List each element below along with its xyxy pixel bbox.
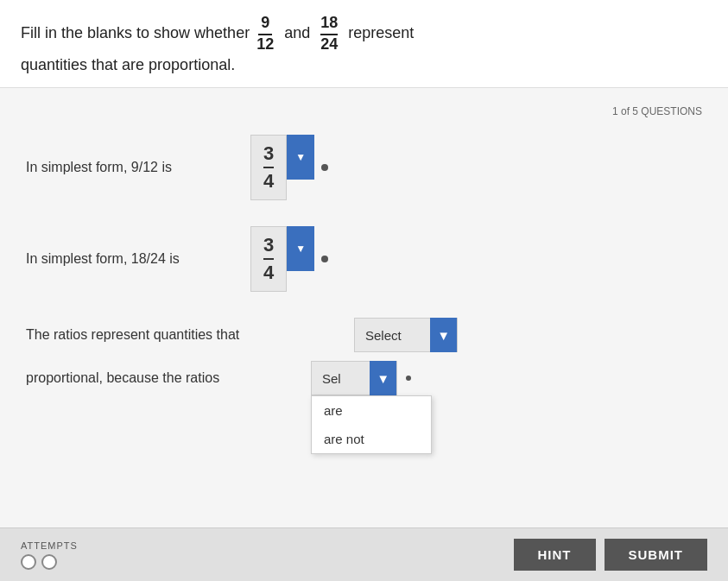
submit-button[interactable]: SUBMIT [605, 539, 708, 571]
row1-dropdown-button[interactable]: ▼ [287, 135, 314, 180]
header: Fill in the blanks to show whether 9 12 … [0, 0, 728, 88]
ratios-row: The ratios represent quantities that Sel… [26, 318, 702, 352]
dropdown-option-are-not[interactable]: are not [312, 425, 431, 453]
dropdown-menu: are are not [311, 395, 432, 454]
proportional-label: proportional, because the ratios [26, 370, 311, 386]
row1-select-container: 3 4 ▼ [250, 135, 314, 200]
represent-text: represent [348, 24, 414, 41]
hint-button[interactable]: HINT [514, 539, 596, 571]
quantities-text: quantities that are proportional. [21, 56, 235, 73]
fraction2: 18 24 [320, 14, 338, 54]
attempts-circles [21, 554, 57, 570]
proportional-select-button[interactable]: Sel ▼ [311, 361, 397, 395]
row1-dropdown-arrow-icon: ▼ [295, 151, 306, 163]
row1-label: In simplest form, 9/12 is [26, 160, 250, 175]
proportional-row: proportional, because the ratios Sel ▼ a… [26, 361, 702, 395]
attempts-section: ATTEMPTS [21, 540, 78, 570]
footer: ATTEMPTS HINT SUBMIT [0, 527, 728, 581]
ratios-label: The ratios represent quantities that [26, 327, 354, 343]
fraction1-num: 9 [258, 14, 272, 35]
row1-fraction-num: 3 [263, 142, 274, 168]
simplest-form-row-2: In simplest form, 18/24 is 3 4 ▼ [26, 226, 702, 292]
and-text: and [284, 24, 310, 41]
row2-label: In simplest form, 18/24 is [26, 251, 250, 267]
row2-fraction: 3 4 [250, 226, 287, 292]
row1-fraction: 3 4 [250, 135, 287, 200]
row2-fraction-den: 4 [263, 260, 274, 284]
dropdown-option-are[interactable]: are [312, 396, 431, 425]
fill-blanks-prefix: Fill in the blanks to show whether [21, 24, 250, 41]
proportional-dot [406, 376, 411, 381]
header-text: Fill in the blanks to show whether 9 12 … [21, 14, 707, 77]
proportional-select-text: Sel [322, 371, 341, 386]
fraction2-den: 24 [320, 35, 338, 54]
attempt-circle-2 [41, 554, 57, 570]
row2-select-container: 3 4 ▼ [250, 226, 314, 292]
ratios-select-container: Select ▼ [354, 318, 458, 352]
proportional-select-container: Sel ▼ are are not [311, 361, 397, 395]
row1-dot [321, 164, 328, 171]
ratios-select-button[interactable]: Select ▼ [354, 318, 458, 352]
main-content: 1 of 5 QUESTIONS In simplest form, 9/12 … [0, 88, 728, 527]
row2-fraction-num: 3 [263, 234, 274, 260]
ratios-dropdown-arrow-icon: ▼ [430, 318, 457, 352]
simplest-form-row-1: In simplest form, 9/12 is 3 4 ▼ [26, 135, 702, 200]
row2-dropdown-arrow-icon: ▼ [295, 243, 306, 255]
ratios-select-text: Select [365, 328, 402, 343]
fraction1-den: 12 [256, 35, 274, 54]
proportional-dropdown-arrow-icon: ▼ [370, 361, 396, 395]
question-counter: 1 of 5 QUESTIONS [26, 105, 702, 117]
attempts-label: ATTEMPTS [21, 540, 78, 551]
footer-buttons: HINT SUBMIT [514, 539, 708, 571]
fraction1: 9 12 [256, 14, 274, 54]
row1-fraction-den: 4 [263, 168, 274, 193]
fraction2-num: 18 [320, 14, 338, 35]
attempt-circle-1 [21, 554, 36, 570]
row2-dropdown-button[interactable]: ▼ [287, 226, 314, 271]
row2-dot [321, 256, 328, 262]
